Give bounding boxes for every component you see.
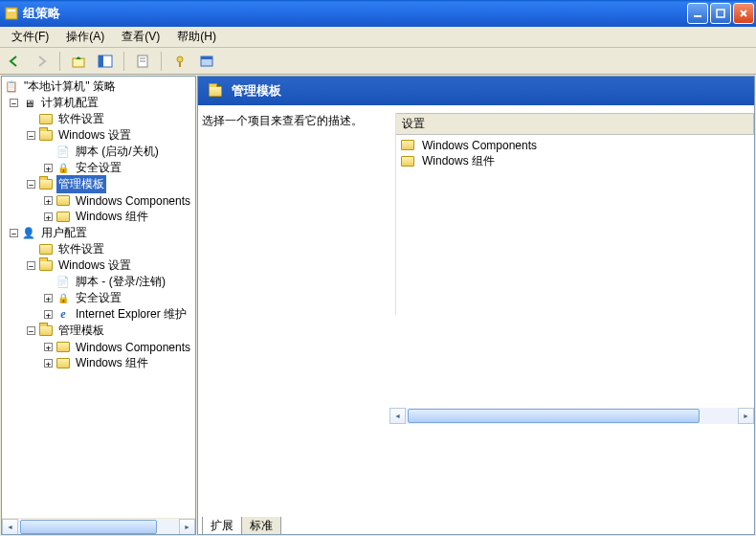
folder-icon [401,140,414,150]
description-pane: 选择一个项目来查看它的描述。 [202,113,395,315]
expander-icon[interactable]: − [10,229,18,237]
expander-icon[interactable]: + [44,212,53,221]
maximize-button[interactable] [710,3,731,24]
menu-action[interactable]: 操作(A) [58,27,112,47]
menu-file[interactable]: 文件(F) [4,27,56,47]
tree-item[interactable]: + Windows Components [4,339,195,355]
expander-icon[interactable]: + [44,310,53,319]
folder-icon [39,244,53,255]
tree-item[interactable]: − Windows 设置 [4,127,195,144]
expander-icon[interactable]: + [44,294,53,302]
toolbar [0,48,756,75]
tab-standard[interactable]: 标准 [241,517,281,535]
expander-icon[interactable]: + [44,164,53,172]
expander-icon[interactable]: − [27,326,35,335]
scroll-right-button[interactable]: ► [738,408,754,424]
content-header: 管理模板 [198,77,754,105]
list-item-label: Windows Components [422,139,537,152]
folder-icon [56,342,70,352]
window-title: 组策略 [23,5,687,22]
tree-item[interactable]: − Windows 设置 [4,257,195,274]
content-panel: 管理模板 选择一个项目来查看它的描述。 设置 Windows Component… [197,76,755,535]
svg-rect-8 [99,56,103,67]
expander-icon[interactable]: − [10,99,18,107]
expander-icon[interactable]: + [44,196,53,205]
script-icon [56,276,71,289]
forward-button[interactable] [31,51,52,72]
expander-icon[interactable]: + [44,343,53,351]
tree-item[interactable]: + Windows 组件 [4,209,195,225]
filter-button[interactable] [169,51,190,72]
tree-item[interactable]: 脚本 - (登录/注销) [4,274,195,290]
app-icon [4,6,19,21]
show-hide-tree-button[interactable] [95,51,116,72]
content-horizontal-scrollbar[interactable]: ◄ ► [389,315,754,517]
content-title: 管理模板 [232,82,281,100]
script-icon [56,145,71,159]
tab-extended[interactable]: 扩展 [202,517,242,535]
scroll-thumb[interactable] [408,409,700,423]
expander-icon[interactable]: − [27,180,35,189]
tree-user-config[interactable]: − 用户配置 [4,225,195,241]
list-item[interactable]: Windows 组件 [400,153,754,169]
folder-icon [56,358,70,368]
folder-icon [39,179,53,190]
scroll-left-button[interactable]: ◄ [389,408,406,424]
folder-icon [56,212,70,222]
tree-item[interactable]: 脚本 (启动/关机) [4,144,195,160]
menu-view[interactable]: 查看(V) [114,27,167,47]
tree-item[interactable]: 软件设置 [4,111,195,127]
tabs: 扩展 标准 [198,517,754,534]
back-button[interactable] [4,51,25,72]
tree-item[interactable]: − 管理模板 [4,323,195,339]
tree-item[interactable]: 软件设置 [4,241,195,257]
scroll-thumb[interactable] [20,520,157,534]
description-text: 选择一个项目来查看它的描述。 [202,114,363,127]
svg-rect-13 [179,62,181,67]
tree-horizontal-scrollbar[interactable]: ◄ ► [2,518,195,534]
tree-item[interactable]: + 安全设置 [4,160,195,176]
scroll-right-button[interactable]: ► [179,519,195,535]
svg-rect-15 [201,56,212,59]
list-item[interactable]: Windows Components [400,137,754,153]
ie-icon [56,308,71,322]
menu-help[interactable]: 帮助(H) [169,27,224,47]
properties-button[interactable] [132,51,153,72]
list-pane: 设置 Windows Components Windows 组件 [395,113,754,315]
close-button[interactable] [733,3,754,24]
expander-icon[interactable]: − [27,261,35,270]
shield-icon [56,292,71,305]
computer-icon [21,97,36,110]
tree-item[interactable]: + Internet Explorer 维护 [4,306,195,323]
policy-icon [4,80,19,94]
titlebar: 组策略 [0,0,756,27]
user-icon [21,227,36,240]
folder-icon [39,325,53,336]
folder-icon [56,195,70,206]
scroll-left-button[interactable]: ◄ [2,519,18,535]
tree-panel: "本地计算机" 策略 − 计算机配置 软件设置 − Windows 设置 [1,76,196,535]
expander-icon[interactable]: + [44,359,53,368]
list-item-label: Windows 组件 [422,153,495,169]
up-button[interactable] [68,51,89,72]
tree-item[interactable]: + Windows 组件 [4,355,195,371]
folder-icon [39,130,53,141]
tree-computer-config[interactable]: − 计算机配置 [4,95,195,111]
svg-rect-3 [717,10,724,17]
expander-icon[interactable]: − [27,131,35,140]
tree-admin-templates[interactable]: − 管理模板 [4,176,195,192]
shield-icon [56,162,71,175]
tree-root[interactable]: "本地计算机" 策略 [4,78,195,95]
folder-icon [39,260,53,271]
tree-item[interactable]: + Windows Components [4,192,195,209]
folder-icon [39,114,53,124]
minimize-button[interactable] [687,3,708,24]
svg-point-12 [177,56,183,62]
column-header-setting[interactable]: 设置 [396,113,754,135]
tree-item[interactable]: + 安全设置 [4,290,195,306]
menubar: 文件(F) 操作(A) 查看(V) 帮助(H) [0,27,756,48]
folder-icon [401,156,414,167]
svg-rect-0 [6,8,17,19]
template-button[interactable] [196,51,217,72]
svg-rect-1 [8,10,15,11]
